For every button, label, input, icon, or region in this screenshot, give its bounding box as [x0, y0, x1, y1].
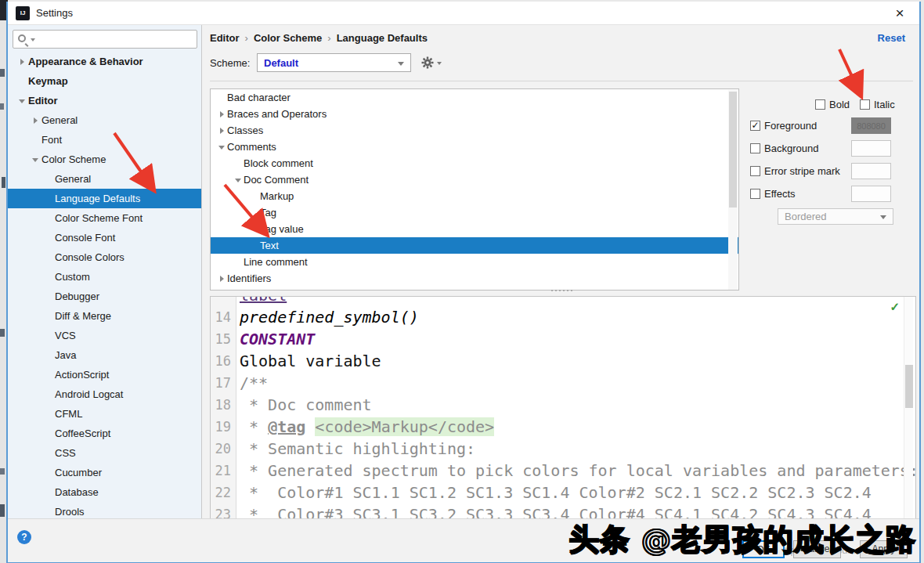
chevron-down-icon: [880, 215, 886, 219]
scheme-dropdown[interactable]: Default: [257, 53, 411, 72]
foreground-label: Foreground: [764, 120, 817, 132]
breadcrumb-item[interactable]: Color Scheme: [254, 32, 322, 44]
tree-item-text[interactable]: Text: [211, 237, 738, 254]
background-fragment: [0, 69, 5, 77]
title-bar[interactable]: IJ Settings ×: [8, 2, 919, 25]
sidebar-item-drools[interactable]: Drools: [8, 502, 202, 519]
sidebar-item-java[interactable]: Java: [8, 345, 202, 365]
sidebar-item-label: Language Defaults: [55, 189, 140, 208]
tree-item-doc-comment[interactable]: Doc Comment: [211, 171, 738, 188]
error-stripe-checkbox[interactable]: [750, 166, 760, 176]
chevron-down-icon[interactable]: [233, 176, 244, 184]
chevron-spacer: [217, 94, 227, 102]
reset-link[interactable]: Reset: [878, 32, 905, 44]
chevron-spacer: [44, 312, 55, 320]
code-text: * Doc comment: [236, 395, 372, 414]
chevron-right-icon[interactable]: [31, 117, 42, 125]
tree-item-label: Tag value: [260, 221, 304, 237]
element-tree: Bad characterBraces and OperatorsClasses…: [211, 89, 738, 287]
effect-type-dropdown[interactable]: Bordered: [778, 208, 893, 225]
code-text: * @tag <code>Markup</code>: [236, 417, 494, 436]
sidebar-item-debugger[interactable]: Debugger: [8, 287, 202, 306]
preview-scrollbar-thumb[interactable]: [905, 365, 913, 408]
code-line: label: [211, 296, 915, 306]
chevron-right-icon[interactable]: [217, 127, 227, 135]
line-number: 18: [211, 397, 236, 413]
sidebar-item-android-logcat[interactable]: Android Logcat: [8, 384, 202, 404]
chevron-right-icon[interactable]: [217, 110, 227, 118]
sidebar-item-coffeescript[interactable]: CoffeeScript: [8, 424, 202, 443]
sidebar-item-general[interactable]: General: [8, 110, 202, 130]
code-segment-plain: Global variable: [240, 352, 381, 370]
tree-item-comments[interactable]: Comments: [211, 139, 738, 155]
chevron-right-icon[interactable]: [17, 58, 28, 66]
gear-icon[interactable]: [421, 56, 434, 69]
sidebar-item-keymap[interactable]: Keymap: [8, 71, 202, 91]
sidebar-item-font[interactable]: Font: [8, 130, 202, 150]
sidebar-item-language-defaults[interactable]: Language Defaults: [8, 189, 202, 208]
settings-dialog-screenshot: IJ Settings × Appearance & BehaviorKeyma…: [0, 0, 924, 563]
search-input[interactable]: [13, 30, 197, 49]
tree-item-markup[interactable]: Markup: [211, 188, 738, 204]
code-text: * Color#1 SC1.1 SC1.2 SC1.3 SC1.4 Color#…: [236, 483, 872, 502]
sidebar-item-vcs[interactable]: VCS: [8, 326, 202, 345]
sidebar-item-general[interactable]: General: [8, 169, 202, 189]
chevron-down-icon[interactable]: [17, 97, 28, 105]
breadcrumb-item[interactable]: Editor: [210, 32, 240, 44]
tree-scrollbar[interactable]: [728, 90, 738, 291]
sidebar-item-custom[interactable]: Custom: [8, 267, 202, 287]
chevron-spacer: [44, 215, 55, 222]
search-icon: [18, 34, 26, 42]
tree-item-tag-value[interactable]: Tag value: [211, 221, 738, 237]
preview-scrollbar[interactable]: [904, 297, 913, 518]
sidebar-item-actionscript[interactable]: ActionScript: [8, 365, 202, 384]
bold-label: Bold: [829, 99, 850, 110]
tree-scrollbar-thumb[interactable]: [729, 92, 737, 208]
tree-item-tag[interactable]: Tag: [211, 204, 738, 221]
sidebar-item-color-scheme[interactable]: Color Scheme: [8, 150, 202, 169]
line-number: 23: [211, 507, 236, 519]
background-color-swatch[interactable]: [851, 140, 891, 157]
italic-checkbox[interactable]: [860, 99, 870, 110]
effects-color-swatch[interactable]: [851, 186, 891, 202]
effects-checkbox[interactable]: [750, 189, 760, 199]
sidebar-item-database[interactable]: Database: [8, 482, 202, 502]
foreground-color-swatch[interactable]: 808080: [851, 117, 891, 134]
foreground-checkbox[interactable]: ✓: [750, 121, 760, 131]
tree-item-classes[interactable]: Classes: [211, 122, 738, 139]
sidebar-item-editor[interactable]: Editor: [8, 91, 202, 110]
tree-item-line-comment[interactable]: Line comment: [211, 254, 738, 270]
tree-item-identifiers[interactable]: Identifiers: [211, 270, 738, 287]
sidebar-item-color-scheme-font[interactable]: Color Scheme Font: [8, 208, 202, 228]
tree-item-block-comment[interactable]: Block comment: [211, 155, 738, 171]
bold-checkbox[interactable]: [815, 99, 825, 110]
close-icon[interactable]: ×: [890, 3, 910, 23]
sidebar-item-console-colors[interactable]: Console Colors: [8, 247, 202, 267]
chevron-spacer: [44, 508, 55, 516]
sidebar-item-appearance-behavior[interactable]: Appearance & Behavior: [8, 52, 202, 71]
sidebar-item-cfml[interactable]: CFML: [8, 404, 202, 424]
tree-item-braces-and-operators[interactable]: Braces and Operators: [211, 106, 738, 122]
chevron-down-icon[interactable]: [31, 156, 42, 164]
sidebar-item-label: Appearance & Behavior: [28, 52, 143, 71]
sidebar-item-cucumber[interactable]: Cucumber: [8, 463, 202, 482]
background-fragment: [0, 504, 5, 517]
help-icon[interactable]: ?: [17, 530, 31, 544]
sidebar-item-label: Console Font: [55, 228, 115, 247]
chevron-right-icon[interactable]: [217, 275, 227, 283]
breadcrumb-item[interactable]: Language Defaults: [337, 32, 428, 44]
sidebar-item-diff-merge[interactable]: Diff & Merge: [8, 306, 202, 326]
gear-menu-caret-icon: [437, 62, 442, 65]
code-preview-panel[interactable]: label14predefined_symbol()15CONSTANT16Gl…: [210, 296, 916, 519]
code-text: * Generated spectrum to pick colors for …: [236, 461, 916, 480]
chevron-spacer: [250, 193, 260, 200]
chevron-spacer: [44, 410, 55, 418]
sidebar-item-css[interactable]: CSS: [8, 443, 202, 463]
error-stripe-color-swatch[interactable]: [851, 163, 891, 179]
chevron-down-icon[interactable]: [217, 143, 227, 151]
tree-item-bad-character[interactable]: Bad character: [211, 89, 738, 106]
sidebar-item-label: Keymap: [28, 71, 68, 91]
background-checkbox[interactable]: [750, 143, 760, 153]
splitter-grip[interactable]: [551, 290, 572, 291]
sidebar-item-console-font[interactable]: Console Font: [8, 228, 202, 247]
